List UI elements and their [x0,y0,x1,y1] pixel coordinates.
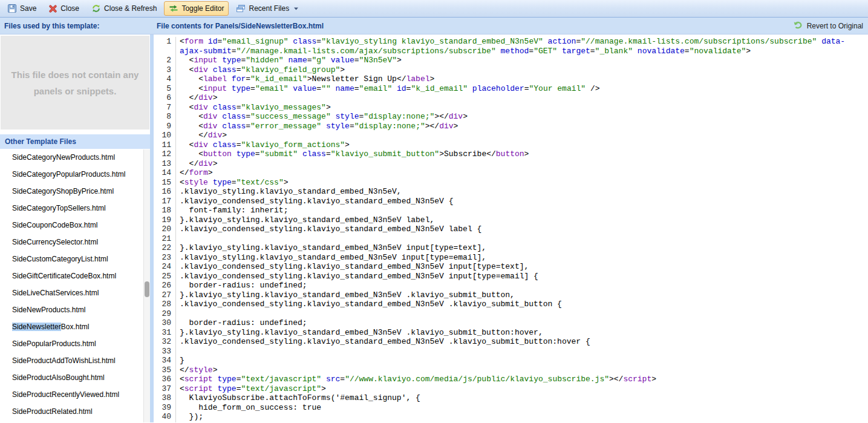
code-row: 6 </div> [154,93,868,103]
code-row: 24.klaviyo_condensed_styling.klaviyo_sta… [154,262,868,272]
line-number: 1 [154,37,176,47]
file-item[interactable]: SideCategoryShopByPrice.html [0,183,150,200]
line-number: 23 [154,253,176,263]
line-number: 31 [154,328,176,338]
code-row: 39 hide_form_on_success: true [154,403,868,413]
code-row: 40 }); [154,412,868,422]
code-row: 19}.klaviyo_styling.klaviyo_standard_emb… [154,215,868,225]
file-contents-title: File contents for Panels/SideNewsletterB… [157,22,324,30]
revert-label: Revert to Original [807,22,863,30]
line-number: 25 [154,272,176,281]
line-number: 26 [154,281,176,290]
file-item[interactable]: SideCurrencySelector.html [0,234,150,251]
code-lines: 1<form id="email_signup" class="klaviyo_… [154,37,868,422]
code-row: 4 <label for="k_id_email">Newsletter Sig… [154,74,868,84]
line-number: 35 [154,366,176,375]
code-row: 13 </div> [154,159,868,169]
line-number: 7 [154,103,176,113]
line-number: 38 [154,393,176,403]
line-number: 39 [154,403,176,413]
file-item[interactable]: SideProductRelated.html [0,403,150,420]
notice-box: This file does not contain any panels or… [1,36,149,130]
code-row: 15<style type="text/css"> [154,178,868,188]
line-number: 36 [154,375,176,384]
revert-button[interactable]: Revert to Original [793,21,863,31]
code-row: 2 <input type="hidden" name="g" value="N… [154,56,868,65]
line-number: 2 [154,56,176,65]
line-number: 32 [154,337,176,347]
code-row: 5 <input type="email" value="" name="ema… [154,84,868,94]
code-row: 27}.klaviyo_styling.klaviyo_standard_emb… [154,290,868,300]
line-number: 13 [154,159,176,169]
code-row: 11 <div class="klaviyo_form_actions"> [154,140,868,150]
file-item[interactable]: SideCategoryPopularProducts.html [0,166,150,183]
file-item[interactable]: SidePopularProducts.html [0,335,150,352]
close-button[interactable]: Close [44,2,84,16]
file-item[interactable]: SideLiveChatServices.html [0,284,150,301]
recent-files-button[interactable]: Recent Files [231,1,304,16]
code-row: 7 <div class="klaviyo_messages"> [154,103,868,113]
line-number: 37 [154,384,176,394]
save-button[interactable]: Save [2,1,41,16]
code-editor[interactable]: 1<form id="email_signup" class="klaviyo_… [154,34,868,422]
line-number: 40 [154,412,176,422]
refresh-icon [91,4,101,13]
line-number [154,47,176,56]
line-number: 24 [154,262,176,272]
line-number: 19 [154,215,176,225]
code-row: 33 [154,347,868,356]
code-row: ajax-submit="//manage.kmail-lists.com/aj… [154,47,868,56]
chevron-down-icon [293,6,299,11]
file-item[interactable]: SideGiftCertificateCodeBox.html [0,267,150,284]
file-item[interactable]: SideProductRecentlyViewed.html [0,386,150,403]
code-row: 38 KlaviyoSubscribe.attachToForms('#emai… [154,393,868,403]
code-row: 35</style> [154,366,868,375]
file-item[interactable]: SideProductAlsoBought.html [0,369,150,386]
code-row: 17.klaviyo_condensed_styling.klaviyo_sta… [154,197,868,206]
line-number: 11 [154,140,176,150]
save-icon [7,4,17,13]
code-row: 36<script type="text/javascript" src="//… [154,375,868,384]
line-number: 6 [154,93,176,103]
close-refresh-label: Close & Refresh [104,4,157,13]
line-number: 15 [154,178,176,188]
file-item[interactable]: SideCategoryNewProducts.html [0,149,150,166]
file-item[interactable]: SideCategoryTopSellers.html [0,200,150,217]
code-row: 21 [154,234,868,244]
toggle-editor-icon [169,4,178,13]
line-number: 3 [154,65,176,75]
code-row: 10 </div> [154,131,868,140]
code-row: 14</form> [154,168,868,178]
code-row: 26 border-radius: undefined; [154,281,868,290]
scrollbar-thumb[interactable] [145,281,149,297]
notice-text: This file does not contain any panels or… [9,67,141,99]
file-item[interactable]: SideCouponCodeBox.html [0,217,150,234]
line-number: 21 [154,234,176,244]
file-item[interactable]: SideCustomCategoryList.html [0,251,150,267]
code-row: 12 <button type="submit" class="klaviyo_… [154,149,868,159]
close-label: Close [60,4,79,13]
code-row: 16.klaviyo_styling.klaviyo_standard_embe… [154,187,868,197]
file-list: SideCategoryNewProducts.htmlSideCategory… [0,149,150,420]
panel-header: Files used by this template: File conten… [0,18,868,34]
toggle-editor-button[interactable]: Toggle Editor [164,1,229,16]
save-label: Save [20,4,36,13]
file-item[interactable]: SideNewsletterBox.html [0,318,150,335]
file-item[interactable]: SideNewProducts.html [0,301,150,318]
code-row: 8 <div class="success_message" style="di… [154,112,868,122]
code-row: 30 border-radius: undefined; [154,318,868,328]
file-item[interactable]: SideProductAddToWishList.html [0,352,150,369]
toggle-editor-label: Toggle Editor [181,4,224,13]
sidebar-scrollbar[interactable] [143,149,150,422]
line-number: 16 [154,187,176,197]
line-number: 28 [154,300,176,309]
line-number: 18 [154,206,176,215]
toolbar: Save Close Close & Refresh Toggle Editor… [0,0,868,18]
line-number: 10 [154,131,176,140]
line-number: 27 [154,290,176,300]
code-row: 22}.klaviyo_styling.klaviyo_standard_emb… [154,243,868,253]
line-number: 4 [154,74,176,84]
close-refresh-button[interactable]: Close & Refresh [86,1,162,16]
line-number: 20 [154,225,176,234]
code-row: 9 <div class="error_message" style="disp… [154,122,868,131]
